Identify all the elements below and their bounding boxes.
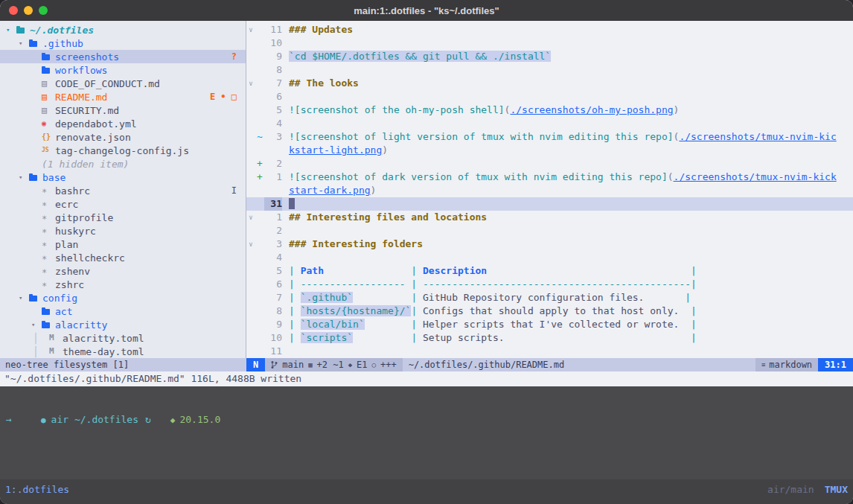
editor-line-3[interactable]: ∨3### Interesting folders xyxy=(246,237,853,251)
line-text: ### Interesting folders xyxy=(289,237,853,251)
tree-item-label: ecrc xyxy=(55,199,78,210)
git-sign: + xyxy=(255,170,264,184)
tree-item-code-of-conduct-md[interactable]: ▤CODE_OF_CONDUCT.md xyxy=(0,77,246,90)
text-segment: | xyxy=(679,319,696,330)
editor-line-7[interactable]: ∨7## The looks xyxy=(246,77,853,90)
tree-item-theme-day-toml[interactable]: │Mtheme-day.toml xyxy=(0,345,246,358)
tree-item-workflows[interactable]: workflows xyxy=(0,63,246,77)
nvim-panes: ▾~/.dotfiles▾.githubscreenshots?workflow… xyxy=(0,21,853,358)
editor-line-11[interactable]: ∨11### Updates xyxy=(246,23,853,36)
tree-item-shellcheckrc[interactable]: ∗shellcheckrc xyxy=(0,251,246,264)
star-icon: ∗ xyxy=(42,184,55,197)
line-number: 8 xyxy=(264,63,282,77)
line-number: 11 xyxy=(264,23,282,36)
tree-item-plan[interactable]: ∗plan xyxy=(0,237,246,251)
tree-item-config[interactable]: ▾config xyxy=(0,291,246,304)
tree-item-screenshots[interactable]: screenshots? xyxy=(0,50,246,63)
editor-line-31[interactable]: 31 xyxy=(246,197,853,211)
editor-line-wrap[interactable]: kstart-light.png) xyxy=(246,144,853,157)
window-title: main:1:.dotfiles - "ks~/.dotfiles" xyxy=(354,5,499,16)
tree-item-dotfiles[interactable]: ▾~/.dotfiles xyxy=(0,23,246,36)
folder-icon xyxy=(42,304,55,318)
tree-item-ecrc[interactable]: ∗ecrc xyxy=(0,197,246,211)
line-text xyxy=(289,117,853,130)
editor-line-9[interactable]: 9| `local/bin` | Helper scripts that I'v… xyxy=(246,318,853,331)
tree-item-github[interactable]: ▾.github xyxy=(0,36,246,50)
tree-item-bashrc[interactable]: ∗bashrcI xyxy=(0,184,246,197)
line-text xyxy=(289,90,853,103)
editor-line-10[interactable]: 10 xyxy=(246,36,853,50)
tree-item-tag-changelog-config-js[interactable]: JStag-changelog-config.js xyxy=(0,144,246,157)
editor-line-4[interactable]: 4 xyxy=(246,117,853,130)
text-segment: ( xyxy=(668,171,674,182)
cursor-position: 31:1 xyxy=(818,358,853,371)
editor-line-1[interactable]: ∨1## Interesting files and locations xyxy=(246,211,853,224)
tree-item-dependabot-yml[interactable]: ◉dependabot.yml xyxy=(0,117,246,130)
tree-item-label: (1 hidden item) xyxy=(42,159,129,170)
line-text: | `.github` | GitHub Repository configur… xyxy=(289,291,853,304)
text-segment: ## The looks xyxy=(289,77,359,89)
close-button[interactable] xyxy=(9,6,18,15)
line-number: 1 xyxy=(264,211,282,224)
editor-line-6[interactable]: 6 xyxy=(246,90,853,103)
titlebar[interactable]: main:1:.dotfiles - "ks~/.dotfiles" xyxy=(0,0,853,21)
line-text xyxy=(289,63,853,77)
tree-item-base[interactable]: ▾base xyxy=(0,170,246,184)
editor-line-9[interactable]: 9`cd $HOME/.dotfiles && git pull && ./in… xyxy=(246,50,853,63)
editor-line-5[interactable]: 5| Path | Description | xyxy=(246,264,853,278)
editor-line-2[interactable]: +2 xyxy=(246,157,853,170)
line-text: ![screenshot of the oh-my-posh shell](./… xyxy=(289,103,853,117)
tree-item-alacritty-toml[interactable]: │Malacritty.toml xyxy=(0,331,246,345)
tree-item-act[interactable]: act xyxy=(0,304,246,318)
line-text xyxy=(289,197,853,211)
tree-item-label: shellcheckrc xyxy=(55,252,125,264)
text-segment: | xyxy=(487,265,697,276)
editor-line-8[interactable]: 8| `hosts/{hostname}/`| Configs that sho… xyxy=(246,304,853,318)
tree-item-alacritty[interactable]: ▾alacritty xyxy=(0,318,246,331)
tree-item-1-hidden-item[interactable]: (1 hidden item) xyxy=(0,157,246,170)
editor-line-5[interactable]: 5![screenshot of the oh-my-posh shell](.… xyxy=(246,103,853,117)
line-number: 5 xyxy=(264,103,282,117)
editor-line-2[interactable]: 2 xyxy=(246,224,853,237)
text-segment: ./screenshots/oh-my-posh.png xyxy=(510,104,673,115)
terminal-area[interactable]: ●air ~/.dotfiles↻◆20.15.0 → 1:.dotfiles … xyxy=(0,386,853,504)
tree-item-gitprofile[interactable]: ∗gitprofile xyxy=(0,211,246,224)
editor-line-7[interactable]: 7| `.github` | GitHub Repository configu… xyxy=(246,291,853,304)
statusline: neo-tree filesystem [1] N main ▦ +2 ~1 ◆… xyxy=(0,358,853,371)
git-branch-name: main xyxy=(282,358,304,371)
tree-item-renovate-json[interactable]: {}renovate.json xyxy=(0,130,246,144)
tree-item-label: theme-day.toml xyxy=(63,346,144,357)
editor-line-11[interactable]: 11 xyxy=(246,345,853,358)
fullscreen-button[interactable] xyxy=(39,6,48,15)
minimize-button[interactable] xyxy=(24,6,33,15)
line-number: 3 xyxy=(264,130,282,144)
text-segment: | ------------------ | -----------------… xyxy=(289,278,697,290)
editor-line-1[interactable]: +1![screenshot of dark version of tmux w… xyxy=(246,170,853,184)
text-segment: Helper scripts that I've collected or wr… xyxy=(423,319,679,330)
editor-line-4[interactable]: 4 xyxy=(246,251,853,264)
folder-icon xyxy=(29,291,42,304)
text-segment: | xyxy=(289,319,301,330)
line-text: | `local/bin` | Helper scripts that I've… xyxy=(289,318,853,331)
line-number xyxy=(264,184,282,197)
text-segment: kstart-light.png xyxy=(289,144,382,156)
editor-line-10[interactable]: 10| `scripts` | Setup scripts. | xyxy=(246,331,853,345)
indent-guide: │ xyxy=(6,346,39,357)
editor-line-3[interactable]: ~3![screenshot of light version of tmux … xyxy=(246,130,853,144)
tree-item-zshrc[interactable]: ∗zshrc xyxy=(0,278,246,291)
editor-line-wrap[interactable]: start-dark.png) xyxy=(246,184,853,197)
line-text xyxy=(289,36,853,50)
tree-item-readme-md[interactable]: ▤README.mdE • □ xyxy=(0,90,246,103)
editor-line-8[interactable]: 8 xyxy=(246,63,853,77)
folder-icon xyxy=(16,23,30,36)
line-text: | ------------------ | -----------------… xyxy=(289,278,853,291)
line-text xyxy=(289,224,853,237)
editor-panel[interactable]: ∨11### Updates109`cd $HOME/.dotfiles && … xyxy=(246,21,853,358)
tree-item-label: README.md xyxy=(55,92,107,103)
line-number: 7 xyxy=(264,77,282,90)
tree-item-security-md[interactable]: ▤SECURITY.md xyxy=(0,103,246,117)
tmux-window-name[interactable]: 1:.dotfiles xyxy=(5,485,69,495)
tree-item-zshenv[interactable]: ∗zshenv xyxy=(0,264,246,278)
tree-item-huskyrc[interactable]: ∗huskyrc xyxy=(0,224,246,237)
editor-line-6[interactable]: 6| ------------------ | ----------------… xyxy=(246,278,853,291)
